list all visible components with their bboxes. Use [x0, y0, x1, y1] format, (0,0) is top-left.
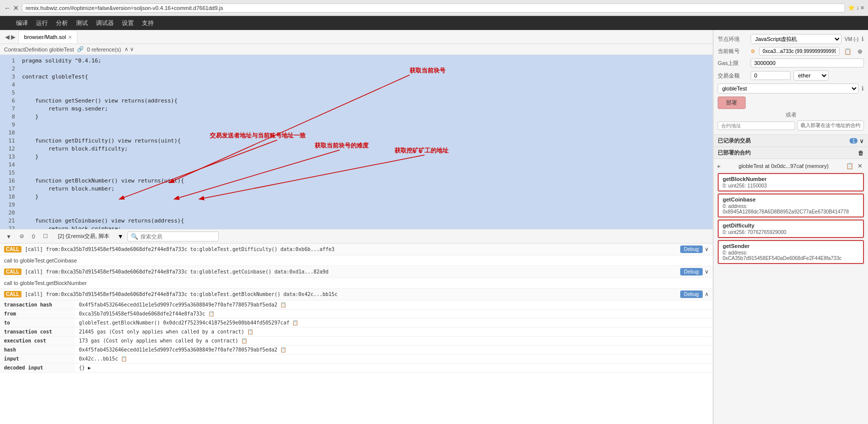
menu-analyze[interactable]: 分析 [56, 19, 68, 28]
method-output-sender: 0: address:0xCA35b7d915458EF540aDe6068dF… [723, 250, 859, 261]
expand-icon: ∧ ∨ [124, 46, 134, 52]
editor-tabs: ◀ ▶ browser/Math.sol ✕ [0, 30, 713, 44]
browser-url[interactable]: remix.hubwiz.com/#optimize=false&version… [22, 4, 845, 12]
menu-run[interactable]: 运行 [36, 19, 48, 28]
tx-val-hash2: 0x4f5fab4532646ecedd11e1e5d9097ce995a360… [75, 346, 290, 354]
references-label: 0 reference(s) [87, 46, 121, 52]
tx-key-to: to [0, 318, 75, 327]
account-row: 当前账号 ⚙ 📋 ⊕ [718, 47, 864, 56]
deploy-button[interactable]: 部署 [718, 96, 746, 109]
gas-input[interactable] [751, 58, 864, 68]
tx-amount-row: 交易金额 ether wei gwei [718, 70, 864, 80]
debug-btn-3[interactable]: Debug [680, 268, 703, 276]
tx-details-table: transaction hash 0x4f5fab4532646ecedd11e… [0, 300, 713, 372]
menu-compile[interactable]: 编译 [16, 19, 28, 28]
tx-key-hash2: hash [0, 346, 75, 354]
or-text: 或者 [718, 111, 864, 118]
console-count: 0 [30, 232, 37, 240]
menu-debugger[interactable]: 调试器 [96, 19, 114, 28]
back-nav[interactable]: ◀ ▶ [2, 32, 18, 42]
method-name-difficulty[interactable]: getDifficulty [723, 222, 859, 228]
tx-val-hash: 0x4f5fab4532646ecedd11e1e5d9097ce995a360… [75, 300, 290, 309]
tx-amount-input[interactable] [751, 71, 791, 80]
code-content[interactable]: pragma solidity ^0.4.16; contract globle… [18, 55, 713, 229]
search-icon: 🔍 [131, 233, 138, 240]
tx-key-exec-cost: execution cost [0, 336, 75, 345]
debug-btn-1[interactable]: Debug [680, 246, 703, 253]
tx-val-exec-cost: 173 gas (Cost only applies when called b… [75, 336, 251, 345]
tx-key-tx-cost: transaction cost [0, 328, 75, 336]
method-result-coinbase: getCoinbase 0: address:0x8945A1288dc78A6… [718, 194, 864, 218]
tx-row-hash: transaction hash 0x4f5fab4532646ecedd11e… [0, 300, 713, 310]
contract-link-icon: 🔗 [77, 46, 84, 52]
deployed-trash-icon[interactable]: 🗑 [858, 150, 864, 156]
console-clear[interactable]: ⊘ [17, 232, 26, 240]
menu-bar: 编译 运行 分析 测试 调试器 设置 支持 [0, 16, 868, 30]
code-area-container: 12345 678910 1112131415 1617181920 2122 … [0, 55, 713, 229]
contract-bar: ContractDefinition globleTest 🔗 0 refere… [0, 44, 713, 55]
browser-actions: ⭐ ↓ ≡ [848, 4, 864, 11]
contract-select[interactable]: globleTest [718, 84, 859, 94]
expand-chevron-5[interactable]: ∧ [705, 291, 709, 298]
method-result-difficulty: getDifficulty 0: uint256: 70762765929000 [718, 220, 864, 238]
main-layout: ◀ ▶ browser/Math.sol ✕ ContractDefinitio… [0, 30, 868, 424]
contract-def-label: ContractDefinition globleTest [4, 46, 74, 52]
expand-chevron-1[interactable]: ∨ [705, 246, 709, 252]
method-output-coinbase: 0: address:0x8945A1288dc78A6D8B8952a92C7… [723, 204, 859, 214]
tx-row-decoded: decoded input {} ▶ [0, 364, 713, 372]
tx-row-tx-cost: transaction cost 21445 gas (Cost only ap… [0, 328, 713, 336]
console-content: CALL [call] from:0xca35b7d915458ef540ade… [0, 244, 713, 424]
code-editor: 12345 678910 1112131415 1617181920 2122 … [0, 55, 713, 229]
deployed-section-header[interactable]: 已部署的合约 🗑 [714, 147, 868, 159]
search-input[interactable] [140, 234, 215, 240]
load-contract-btn[interactable]: 载入部署在这个地址的合约 [797, 120, 864, 130]
console-toolbar: ▼ ⊘ 0 ☐ [2] 仅remix交易, 脚本 ▼ 🔍 [0, 230, 713, 244]
node-env-select[interactable]: JavaScript虚拟机 [751, 34, 842, 44]
account-more-btn[interactable]: ⊕ [856, 48, 864, 56]
menu-settings[interactable]: 设置 [122, 19, 134, 28]
tx-val-tx-cost: 21445 gas (Cost only applies when called… [75, 328, 257, 336]
back-button[interactable]: ← ✕ [4, 4, 19, 12]
contract-addr-row: 载入部署在这个地址的合约 [718, 120, 864, 130]
contract-select-row: globleTest ℹ [718, 84, 864, 94]
tx-key-from: from [0, 310, 75, 318]
recorded-tx-header[interactable]: 已记录的交易 1 ∨ [714, 135, 868, 147]
debug-btn-5[interactable]: Debug [680, 290, 703, 298]
expand-chevron-3[interactable]: ∨ [705, 268, 709, 275]
method-name-blocknum[interactable]: getBlockNumber [723, 176, 859, 182]
account-label: 当前账号 [718, 48, 748, 55]
contract-addr-input[interactable] [718, 122, 795, 130]
account-input[interactable] [759, 47, 840, 56]
call-badge-3: CALL [4, 268, 21, 275]
right-panel: 节点环境 JavaScript虚拟机 VM (-) ℹ 当前账号 ⚙ 📋 ⊕ [713, 30, 868, 424]
menu-test[interactable]: 测试 [76, 19, 88, 28]
deployed-label: 已部署的合约 [718, 149, 751, 156]
editor-tab-math[interactable]: browser/Math.sol ✕ [18, 30, 77, 44]
account-warning-icon: ⚙ [751, 48, 755, 54]
node-info-icon: ℹ [862, 36, 864, 42]
tx-amount-label: 交易金额 [718, 72, 748, 80]
tx-val-input: 0x42c...bb15c 📋 [75, 354, 131, 363]
tx-row-from: from 0xca35b7d915458ef540ade6068dfe2f44e… [0, 310, 713, 318]
deployed-contract-name: globleTest at 0x0dc...97caf (memory) [739, 163, 829, 169]
app-container: ← ✕ remix.hubwiz.com/#optimize=false&ver… [0, 0, 868, 424]
deployed-close-btn[interactable]: ✕ [856, 162, 864, 170]
call-text-3: [call] from:0xca35b7d915458ef540ade6068d… [25, 269, 329, 274]
console-checkbox[interactable]: ☐ [41, 232, 50, 240]
console-panel: ▼ ⊘ 0 ☐ [2] 仅remix交易, 脚本 ▼ 🔍 CALL [0, 229, 713, 424]
log-text-4: call to globleTest.getBlockNumber [4, 280, 87, 286]
console-expand[interactable]: ▼ [4, 232, 13, 240]
tx-row-hash2: hash 0x4f5fab4532646ecedd11e1e5d9097ce99… [0, 346, 713, 354]
tx-filter-chevron[interactable]: ▼ [117, 233, 123, 240]
tab-close-icon[interactable]: ✕ [68, 34, 72, 40]
menu-support[interactable]: 支持 [142, 19, 154, 28]
deployed-contract-actions: 📋 ✕ [845, 162, 864, 170]
deployed-copy-btn[interactable]: 📋 [845, 162, 855, 170]
method-name-coinbase[interactable]: getCoinbase [723, 196, 859, 202]
method-output-blocknum: 0: uint256: 1150003 [723, 183, 859, 188]
deployed-section: ▸ globleTest at 0x0dc...97caf (memory) 📋… [714, 159, 868, 269]
tx-key-input: input [0, 354, 75, 363]
account-copy-btn[interactable]: 📋 [843, 48, 853, 56]
method-name-sender[interactable]: getSender [723, 243, 859, 249]
tx-unit-select[interactable]: ether wei gwei [794, 70, 829, 80]
